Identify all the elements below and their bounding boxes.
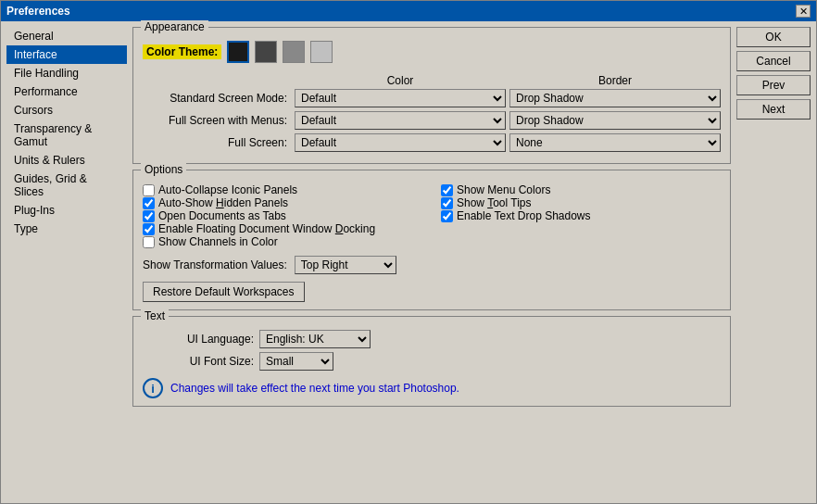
- sidebar-item-units[interactable]: Units & Rulers: [6, 151, 127, 170]
- info-row: i Changes will take effect the next time…: [143, 378, 721, 398]
- next-button[interactable]: Next: [736, 99, 811, 120]
- fullscreen-menus-label: Full Screen with Menus:: [143, 114, 291, 127]
- language-label: UI Language:: [143, 333, 254, 346]
- enable-text-drop-row: Enable Text Drop Shadows: [441, 209, 721, 222]
- show-channels-row: Show Channels in Color: [143, 235, 422, 248]
- show-tool-tips-checkbox[interactable]: [441, 197, 453, 209]
- enable-floating-row: Enable Floating Document Window Docking: [143, 222, 422, 235]
- right-buttons: OK Cancel Prev Next: [736, 27, 811, 498]
- border-header: Border: [509, 74, 721, 87]
- auto-collapse-checkbox[interactable]: [143, 184, 155, 196]
- options-panel: Options Auto-Collapse Iconic Panels Auto…: [132, 170, 731, 310]
- info-icon: i: [143, 378, 163, 398]
- cancel-button[interactable]: Cancel: [736, 51, 811, 71]
- appearance-panel: Appearance Color Theme: Color Border: [132, 27, 731, 164]
- fullscreen-menus-color[interactable]: Default: [295, 111, 506, 130]
- options-col2: Show Menu Colors Show Tool Tips Enable T…: [441, 183, 721, 248]
- color-header: Color: [295, 74, 506, 87]
- appearance-legend: Appearance: [141, 20, 208, 33]
- font-size-label: UI Font Size:: [143, 355, 254, 368]
- grid-headers: Color Border: [143, 74, 721, 87]
- auto-show-checkbox[interactable]: [143, 197, 155, 209]
- auto-show-row: Auto-Show Hidden Panels: [143, 196, 422, 209]
- sidebar-item-general[interactable]: General: [6, 27, 127, 45]
- open-docs-checkbox[interactable]: [143, 210, 155, 222]
- options-col1: Auto-Collapse Iconic Panels Auto-Show Hi…: [143, 183, 422, 248]
- window-title: Preferences: [6, 5, 70, 18]
- standard-screen-row: Standard Screen Mode: Default Drop Shado…: [143, 89, 721, 107]
- enable-floating-label: Enable Floating Document Window Docking: [158, 222, 375, 235]
- standard-screen-label: Standard Screen Mode:: [143, 92, 291, 105]
- show-tool-tips-label: Show Tool Tips: [457, 196, 532, 209]
- color-theme-label: Color Theme:: [143, 44, 221, 59]
- fullscreen-menus-border[interactable]: Drop Shadow None Line: [509, 111, 721, 130]
- text-grid: UI Language: English: UK English: US: [143, 330, 721, 348]
- sidebar: General Interface File Handling Performa…: [6, 27, 127, 498]
- title-bar: Preferences ✕: [1, 1, 816, 21]
- auto-collapse-label: Auto-Collapse Iconic Panels: [158, 183, 297, 196]
- sidebar-item-plugins[interactable]: Plug-Ins: [6, 201, 127, 220]
- fullscreen-border[interactable]: None Drop Shadow Line: [509, 133, 721, 152]
- sidebar-item-type[interactable]: Type: [6, 220, 127, 238]
- enable-floating-checkbox[interactable]: [143, 223, 155, 235]
- theme-swatch-light[interactable]: [310, 41, 333, 63]
- enable-text-drop-checkbox[interactable]: [441, 210, 453, 222]
- fullscreen-menus-row: Full Screen with Menus: Default Drop Sha…: [143, 111, 721, 130]
- show-channels-checkbox[interactable]: [143, 236, 155, 248]
- sidebar-item-performance[interactable]: Performance: [6, 82, 127, 101]
- text-legend: Text: [141, 309, 169, 322]
- info-text: Changes will take effect the next time y…: [170, 382, 459, 395]
- show-channels-label: Show Channels in Color: [158, 235, 278, 248]
- fullscreen-label: Full Screen:: [143, 136, 291, 149]
- language-select[interactable]: English: UK English: US: [259, 330, 371, 348]
- font-size-grid: UI Font Size: Small Medium Large: [143, 352, 721, 371]
- main-area: Appearance Color Theme: Color Border: [132, 27, 731, 498]
- standard-screen-color[interactable]: Default: [295, 89, 506, 107]
- enable-text-drop-label: Enable Text Drop Shadows: [457, 209, 591, 222]
- show-menu-colors-label: Show Menu Colors: [457, 183, 550, 196]
- content-area: General Interface File Handling Performa…: [1, 21, 816, 503]
- font-size-select[interactable]: Small Medium Large: [259, 352, 333, 371]
- open-docs-label: Open Documents as Tabs: [158, 209, 286, 222]
- sidebar-item-cursors[interactable]: Cursors: [6, 101, 127, 120]
- text-panel: Text UI Language: English: UK English: U…: [132, 316, 731, 407]
- options-legend: Options: [141, 163, 186, 176]
- sidebar-item-guides[interactable]: Guides, Grid & Slices: [6, 170, 127, 201]
- preferences-window: Preferences ✕ General Interface File Han…: [0, 0, 817, 504]
- transform-select[interactable]: Top Right Bottom Right Top Left Bottom L…: [295, 256, 396, 274]
- prev-button[interactable]: Prev: [736, 75, 811, 95]
- fullscreen-color[interactable]: Default: [295, 133, 506, 152]
- ok-button[interactable]: OK: [736, 27, 811, 47]
- theme-swatch-dark[interactable]: [227, 41, 249, 63]
- open-docs-row: Open Documents as Tabs: [143, 209, 422, 222]
- theme-swatch-medium-dark[interactable]: [255, 41, 277, 63]
- sidebar-item-file-handling[interactable]: File Handling: [6, 64, 127, 82]
- auto-collapse-row: Auto-Collapse Iconic Panels: [143, 183, 422, 196]
- transform-row: Show Transformation Values: Top Right Bo…: [143, 256, 721, 274]
- show-menu-colors-row: Show Menu Colors: [441, 183, 721, 196]
- color-theme-row: Color Theme:: [143, 41, 721, 63]
- show-menu-colors-checkbox[interactable]: [441, 184, 453, 196]
- sidebar-item-interface[interactable]: Interface: [6, 45, 127, 64]
- close-button[interactable]: ✕: [796, 5, 811, 18]
- fullscreen-row: Full Screen: Default None Drop Shadow Li…: [143, 133, 721, 152]
- options-columns: Auto-Collapse Iconic Panels Auto-Show Hi…: [143, 183, 721, 248]
- show-tool-tips-row: Show Tool Tips: [441, 196, 721, 209]
- theme-swatch-medium[interactable]: [283, 41, 305, 63]
- sidebar-item-transparency[interactable]: Transparency & Gamut: [6, 120, 127, 151]
- standard-screen-border[interactable]: Drop Shadow None Line: [509, 89, 721, 107]
- transform-label: Show Transformation Values:: [143, 258, 287, 271]
- auto-show-label: Auto-Show Hidden Panels: [158, 196, 288, 209]
- restore-workspaces-button[interactable]: Restore Default Workspaces: [143, 282, 305, 302]
